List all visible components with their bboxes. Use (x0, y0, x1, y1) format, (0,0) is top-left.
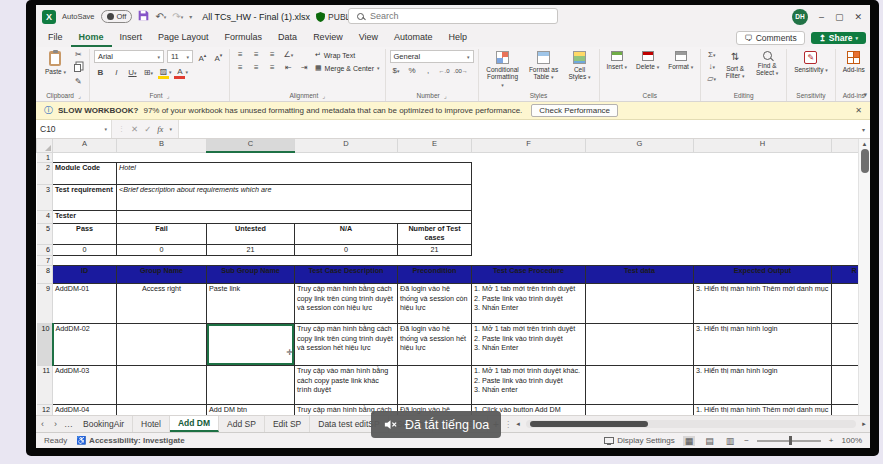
dialog-launcher-icon[interactable]: ⌟ (167, 92, 170, 99)
cell-adddm-03-group[interactable] (117, 366, 207, 405)
align-right-button[interactable]: ≡ (266, 63, 279, 73)
ribbon-tab-view[interactable]: View (351, 30, 386, 47)
info-value-test-requirement[interactable]: <Brief description about requirements wh… (117, 184, 472, 210)
table-header-group-name[interactable]: Group Name (117, 266, 207, 284)
cell-adddm-01-description[interactable]: Truy cập màn hình bằng cách copy link tr… (295, 284, 398, 324)
increase-font-button[interactable]: A▴ (196, 50, 209, 64)
previous-sheet-icon[interactable]: ‹ (36, 416, 49, 432)
column-header-E[interactable]: E (398, 139, 472, 152)
accessibility-status[interactable]: ♿ Accessibility: Investigate (76, 436, 185, 445)
cell-adddm-02-description[interactable]: Truy cập màn hình bằng cách copy link tr… (295, 324, 398, 366)
scroll-left-icon[interactable]: ◂ (512, 416, 524, 432)
confirm-entry-icon[interactable]: ✓ (144, 124, 151, 134)
cell-adddm-03-expected[interactable]: 3. Hiển thị màn hình login (694, 366, 832, 405)
summary-value-n-a[interactable]: 0 (295, 244, 398, 255)
cell-adddm-04-group[interactable] (117, 405, 207, 415)
collapse-ribbon-icon[interactable]: ▾ (863, 91, 867, 99)
undo-button[interactable]: ↶▾ (155, 12, 166, 22)
zoom-slider-thumb[interactable] (789, 436, 792, 445)
cell-adddm-02-testdata[interactable] (586, 324, 694, 366)
cancel-entry-icon[interactable]: ✕ (131, 124, 138, 134)
summary-value-pass[interactable]: 0 (53, 244, 117, 255)
number-format-select[interactable]: General▾ (390, 50, 474, 63)
zoom-slider[interactable] (757, 440, 821, 442)
cell-adddm-02-precondition[interactable]: Đã login vào hệ thống và session hết hiệ… (398, 324, 472, 366)
autosum-button[interactable]: Σ▾ (705, 50, 718, 60)
row-header-2[interactable]: 2 (37, 162, 53, 184)
share-button[interactable]: ↥Share▾ (811, 32, 866, 44)
horizontal-scrollbar[interactable] (526, 420, 856, 428)
increase-decimal-button[interactable]: ←.0 (438, 66, 451, 76)
info-value-tester[interactable] (117, 210, 472, 223)
horizontal-scroll-thumb[interactable] (530, 421, 648, 427)
cell-adddm-03-testdata[interactable] (586, 366, 694, 405)
cell-adddm-03-description[interactable]: Truy cập vào màn hình bằng cách copy pas… (295, 366, 398, 405)
page-break-view-button[interactable]: ▥ (724, 436, 737, 446)
next-sheet-icon[interactable]: › (49, 416, 62, 432)
tab-splitter-icon[interactable]: ⋮ (504, 416, 512, 432)
copy-button[interactable] (72, 62, 85, 75)
cell-adddm-02-procedure[interactable]: 1. Mở 1 tab mới trên trình duyệt 2. Past… (472, 324, 586, 366)
column-header-H[interactable]: H (694, 139, 832, 152)
redo-button[interactable]: ↷▾ (172, 12, 183, 22)
table-header-id[interactable]: ID (53, 266, 117, 284)
dialog-launcher-icon[interactable]: ⌟ (444, 92, 447, 99)
cell-adddm-03-subgroup[interactable] (207, 366, 295, 405)
normal-view-button[interactable]: ▦ (683, 436, 696, 446)
clear-button[interactable]: ▱▾ (705, 74, 718, 84)
align-middle-button[interactable]: ≡ (250, 50, 263, 60)
cell-adddm-01-subgroup[interactable]: Paste link (207, 284, 295, 324)
sheet-tab-add-sp[interactable]: Add SP (219, 416, 265, 432)
empty-cells[interactable] (472, 223, 871, 244)
ribbon-tab-formulas[interactable]: Formulas (217, 30, 271, 47)
table-header-test-case-procedure[interactable]: Test Case Procedure (472, 266, 586, 284)
wrap-text-button[interactable]: ↵Wrap Text (314, 50, 381, 60)
ribbon-tab-home[interactable]: Home (71, 30, 112, 47)
align-center-button[interactable]: ≡ (250, 63, 263, 73)
zoom-in-button[interactable]: + (829, 436, 834, 445)
insert-function-button[interactable]: fx (157, 124, 163, 134)
scroll-up-icon[interactable]: ▲ (862, 139, 868, 149)
summary-header-fail[interactable]: Fail (117, 223, 207, 244)
zoom-level[interactable]: 100% (842, 436, 862, 445)
info-label-tester[interactable]: Tester (53, 210, 117, 223)
scroll-right-icon[interactable]: ▸ (858, 416, 870, 432)
ribbon-tab-review[interactable]: Review (305, 30, 351, 47)
delete-cells-button[interactable]: Delete ▾ (633, 50, 662, 72)
cell-adddm-02-id[interactable]: AddDM-02 (53, 324, 117, 366)
page-layout-view-button[interactable]: ▤ (703, 436, 716, 446)
sheet-tab-edit-sp[interactable]: Edit SP (265, 416, 310, 432)
search-input[interactable]: Search (348, 8, 558, 24)
empty-cells[interactable] (472, 210, 871, 223)
sheet-tab-add-dm[interactable]: Add DM (170, 416, 219, 432)
sheet-tab-bookingair[interactable]: BookingAir (75, 416, 133, 432)
table-header-sub-group-name[interactable]: Sub Group Name (207, 266, 295, 284)
format-painter-button[interactable]: ✎ (72, 77, 85, 87)
cell-adddm-03-id[interactable]: AddDM-03 (53, 366, 117, 405)
row-header-7[interactable]: 7 (37, 255, 53, 265)
ribbon-tab-page-layout[interactable]: Page Layout (150, 30, 217, 47)
cell-adddm-02-group[interactable] (117, 324, 207, 366)
comma-style-button[interactable]: , (422, 66, 435, 76)
maximize-button[interactable]: ▢ (835, 12, 844, 22)
summary-value-fail[interactable]: 0 (117, 244, 207, 255)
summary-header-pass[interactable]: Pass (53, 223, 117, 244)
column-header-C[interactable]: C (207, 139, 295, 152)
sort-filter-button[interactable]: ⇅ Sort & Filter ▾ (721, 50, 749, 81)
font-size-select[interactable]: 11▾ (167, 50, 193, 63)
sheet-tab-hotel[interactable]: Hotel (133, 416, 170, 432)
summary-header-number-of-test-cases[interactable]: Number of Test cases (398, 223, 472, 244)
table-header-expected-output[interactable]: Expected Output (694, 266, 832, 284)
close-notice-icon[interactable]: ✕ (855, 106, 862, 115)
paste-button[interactable]: Paste ▾ (42, 50, 69, 77)
empty-cells[interactable] (472, 162, 871, 184)
check-performance-button[interactable]: Check Performance (531, 104, 618, 117)
selected-cell-c10[interactable]: ✛ (207, 324, 295, 366)
all-sheets-icon[interactable]: … (62, 416, 75, 432)
cell-adddm-04-subgroup[interactable]: Add DM btn (207, 405, 295, 415)
column-header-A[interactable]: A (53, 139, 117, 152)
empty-cells[interactable] (472, 184, 871, 210)
summary-value-untested[interactable]: 21 (207, 244, 295, 255)
autosave-toggle[interactable]: Off (101, 10, 133, 23)
info-value-module-code[interactable]: Hotel (117, 162, 472, 184)
